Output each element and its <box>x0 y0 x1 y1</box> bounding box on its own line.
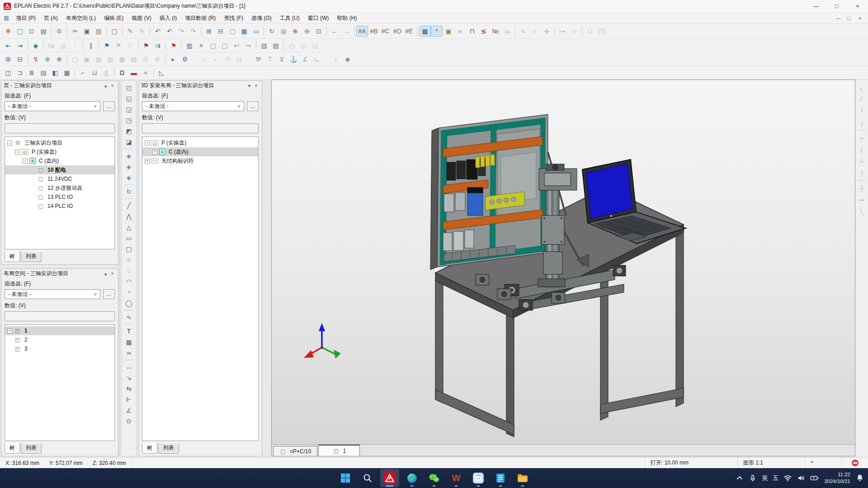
notes-app[interactable] <box>491 469 510 487</box>
panel-splitter[interactable] <box>119 80 120 456</box>
cross-node-icon[interactable]: ┼ <box>856 182 867 194</box>
filter-select[interactable]: - 未激活 - ˅ <box>142 101 244 111</box>
layout-space-tree[interactable]: +◰1◰2◰3 <box>5 324 115 441</box>
filter-more-button[interactable]: ... <box>103 101 115 111</box>
value-display-icon[interactable]: № <box>490 26 501 37</box>
plumb-icon[interactable]: ⊤ <box>264 54 276 65</box>
iso-view-2-icon[interactable]: ◈ <box>123 161 135 172</box>
expand-icon[interactable]: + <box>152 150 157 155</box>
grid-d-icon[interactable]: #D <box>392 26 403 37</box>
doc-properties-icon[interactable]: ▥ <box>184 40 195 51</box>
print-icon[interactable]: ▤ <box>38 26 49 37</box>
back-icon[interactable]: ← <box>329 26 340 37</box>
tee-down-icon[interactable]: ┬ <box>856 132 867 144</box>
menu-item-help[interactable]: 帮助 (H) <box>333 13 361 23</box>
tee-up-icon[interactable]: ┴ <box>856 155 867 167</box>
filter-select[interactable]: - 未激活 - ˅ <box>5 289 100 299</box>
contact-image-icon[interactable]: ▥ <box>104 54 116 65</box>
wechat-app[interactable] <box>425 469 443 487</box>
doc-new-icon[interactable]: ✦ <box>195 40 207 51</box>
symbol-select-icon[interactable]: ↯ <box>30 54 42 65</box>
menu-item-utilities[interactable]: 工具 (U) <box>276 13 304 23</box>
media-app[interactable] <box>469 469 488 487</box>
interconnect-icon[interactable]: ⊗ <box>53 54 65 65</box>
nav-window-back-icon[interactable]: ⇤ <box>2 40 14 51</box>
menu-item-page[interactable]: 页 (A) <box>40 13 62 23</box>
tree-item[interactable]: ▢13 PLC IO <box>5 192 114 202</box>
home-icon[interactable]: ⌂ <box>198 54 210 65</box>
polygon-icon[interactable]: △ <box>123 222 135 233</box>
clock[interactable]: 11:22 2024/10/21 <box>824 471 850 485</box>
page-open-icon[interactable]: ▢ <box>14 26 26 37</box>
numbering-pins-icon[interactable]: ⋮ <box>69 40 81 51</box>
page-properties-icon[interactable]: ⊟ <box>215 26 226 37</box>
spline-icon[interactable]: ∿ <box>123 312 135 323</box>
rotate-view-icon[interactable]: ↻ <box>123 186 135 197</box>
pages-panel-header[interactable]: 页 - 三轴实训台项目 ▴ × <box>1 81 118 90</box>
plugin-puzzle-icon[interactable]: ◆ <box>30 40 42 51</box>
corner-rail-icon[interactable]: ⌐ <box>77 67 89 78</box>
weight-icon[interactable]: ⊻ <box>276 54 288 65</box>
device-data-icon[interactable]: ▧ <box>258 40 270 51</box>
sync-up-icon[interactable]: ◶ <box>309 40 321 51</box>
tab-list[interactable]: 列表 <box>21 443 42 454</box>
connections-icon[interactable]: ⊹ <box>541 26 552 37</box>
tab-tree[interactable]: 树 <box>5 251 20 262</box>
interrupt-check-icon[interactable]: ⚑ <box>168 40 179 51</box>
grid-e-icon[interactable]: #E <box>403 26 415 37</box>
project-open-icon[interactable]: ⊡ <box>26 26 38 37</box>
ellipse-icon[interactable]: ◯ <box>123 298 135 309</box>
doc-export-icon[interactable]: ↪ <box>242 40 254 51</box>
dim-continued-icon[interactable]: ⇆ <box>123 383 135 394</box>
collapse-icon[interactable]: − <box>7 141 12 145</box>
wps-app[interactable]: W <box>447 469 466 487</box>
sync-down-icon[interactable]: ◵ <box>297 40 309 51</box>
table-icon[interactable]: ▦ <box>238 26 250 37</box>
tree-item[interactable]: −▤P (实操盘) <box>142 138 258 147</box>
connection-point-icon[interactable]: ⊶ <box>557 26 568 37</box>
cut-icon[interactable]: ✂ <box>69 26 81 37</box>
tree-item[interactable]: ▢10 配电 <box>5 165 114 174</box>
u-up-icon[interactable]: ⊓ <box>222 54 233 65</box>
cube-3d-icon[interactable]: ◧ <box>49 67 61 78</box>
auto-route-icon[interactable]: ∿ <box>517 26 529 37</box>
dim-angle-icon[interactable]: ∠ <box>123 405 135 416</box>
view-top-icon[interactable]: ◩ <box>123 126 135 136</box>
circle-icon[interactable]: ○ <box>123 254 135 265</box>
duct-icon[interactable]: ▯ <box>100 67 112 78</box>
perpendicular-icon[interactable]: ∟ <box>311 54 323 65</box>
rounded-rectangle-icon[interactable]: ▢ <box>123 244 135 254</box>
window-icon[interactable]: ▭ <box>250 26 262 37</box>
collapse-icon[interactable]: − <box>23 159 28 164</box>
gear-blue-icon[interactable]: ⚙ <box>179 54 191 65</box>
close-icon[interactable]: × <box>109 83 116 88</box>
zoom-search-icon[interactable]: ◎ <box>278 26 289 37</box>
parts-cart-icon[interactable]: ⊔ <box>584 26 596 37</box>
anchor-icon[interactable]: ⚓ <box>288 54 299 65</box>
tree-item[interactable]: ▢14 PLC IO <box>5 202 114 211</box>
layout-space-tab[interactable]: ◰ 1 <box>318 445 360 456</box>
doc-import-icon[interactable]: ↩ <box>231 40 242 51</box>
zoom-in-icon[interactable]: ⊕ <box>289 26 301 37</box>
iso-view-1-icon[interactable]: ◈ <box>123 150 135 161</box>
view-back-icon[interactable]: ◱ <box>123 93 135 104</box>
polyline-icon[interactable]: ⋀ <box>123 211 135 222</box>
search-button[interactable] <box>358 469 377 487</box>
menu-item-project[interactable]: 项目 (P) <box>12 13 39 23</box>
value-input[interactable] <box>5 311 115 321</box>
sync-parts-icon[interactable]: ◴ <box>286 40 297 51</box>
doc-r1-icon[interactable]: ▢ <box>207 40 219 51</box>
numbering-io-icon[interactable]: ◎ <box>57 40 69 51</box>
goto-graphic-icon[interactable]: ⇉ <box>152 40 164 51</box>
snap-grid-icon[interactable]: ▦ <box>419 26 431 37</box>
refresh-icon[interactable]: ↻ <box>266 26 278 37</box>
maximize-button[interactable]: □ <box>826 0 847 12</box>
insert-page-icon[interactable]: ⊞ <box>203 26 215 37</box>
connection-point2-icon[interactable]: ⊶ <box>856 194 867 206</box>
u-down-icon[interactable]: ⊔ <box>233 54 245 65</box>
tree-item[interactable]: ▢12 步进驱动器 <box>5 183 114 192</box>
speaker-icon[interactable] <box>797 474 805 482</box>
parts-database-icon[interactable]: ▨ <box>270 40 282 51</box>
value-input[interactable] <box>142 123 259 133</box>
net-node-icon[interactable]: ⊚ <box>151 54 163 65</box>
